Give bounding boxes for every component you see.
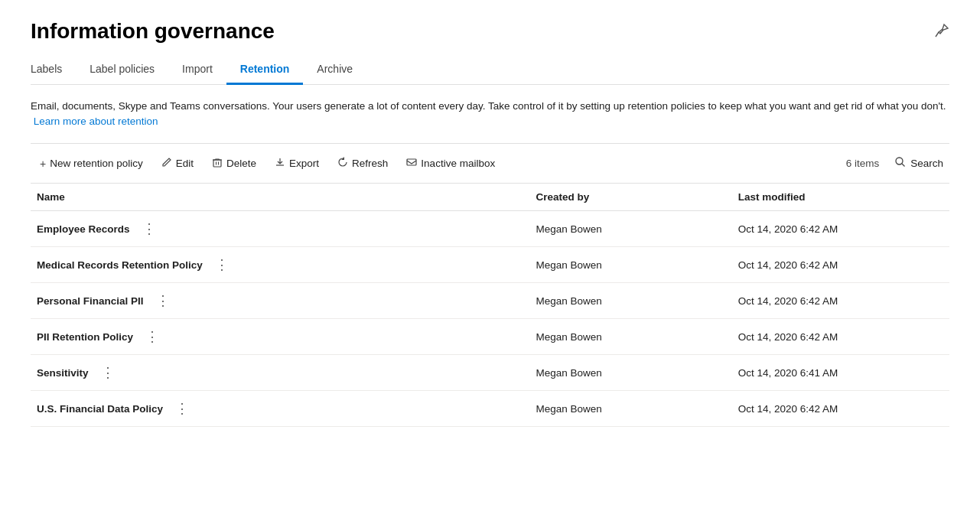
learn-more-link[interactable]: Learn more about retention [34,116,158,127]
edit-button[interactable]: Edit [152,152,203,174]
row-name: Medical Records Retention Policy [37,259,203,271]
col-header-created-by: Created by [536,184,738,211]
row-context-menu-icon[interactable]: ⋮ [95,364,121,381]
export-icon [275,157,285,170]
col-header-last-modified: Last modified [738,184,949,211]
row-context-menu-icon[interactable]: ⋮ [136,220,162,237]
row-last-modified: Oct 14, 2020 6:42 AM [738,283,949,319]
table-header: Name Created by Last modified [31,184,949,211]
row-last-modified: Oct 14, 2020 6:42 AM [738,211,949,247]
tab-labels[interactable]: Labels [31,57,76,85]
table-row[interactable]: PII Retention Policy ⋮ Megan Bowen Oct 1… [31,319,949,355]
row-created-by: Megan Bowen [536,319,738,355]
edit-icon [161,157,172,170]
description-body: Email, documents, Skype and Teams conver… [31,100,946,112]
table-row[interactable]: Employee Records ⋮ Megan Bowen Oct 14, 2… [31,211,949,247]
row-created-by: Megan Bowen [536,211,738,247]
row-name: PII Retention Policy [37,331,133,343]
search-icon [894,156,907,171]
row-name: Sensitivity [37,367,89,379]
row-context-menu-icon[interactable]: ⋮ [139,328,165,345]
pin-icon[interactable] [934,23,949,42]
table-row[interactable]: U.S. Financial Data Policy ⋮ Megan Bowen… [31,391,949,427]
row-name: Personal Financial PII [37,295,144,307]
col-header-name: Name [31,184,536,211]
tab-import[interactable]: Import [168,57,226,85]
mailbox-icon [406,157,417,170]
tab-label-policies[interactable]: Label policies [76,57,168,85]
export-button[interactable]: Export [265,152,328,174]
items-count: 6 items [846,158,880,169]
retention-table: Name Created by Last modified Employee R… [31,184,949,427]
new-retention-policy-button[interactable]: + New retention policy [31,153,152,174]
inactive-mailbox-button[interactable]: Inactive mailbox [397,152,504,174]
row-created-by: Megan Bowen [536,391,738,427]
search-button[interactable]: Search [888,151,949,175]
page-container: Information governance Labels Label poli… [0,0,980,524]
description-text: Email, documents, Skype and Teams conver… [31,99,949,130]
row-last-modified: Oct 14, 2020 6:42 AM [738,319,949,355]
table-row[interactable]: Sensitivity ⋮ Megan Bowen Oct 14, 2020 6… [31,355,949,391]
page-header: Information governance [31,18,949,44]
row-last-modified: Oct 14, 2020 6:42 AM [738,391,949,427]
svg-rect-0 [213,160,221,167]
tab-bar: Labels Label policies Import Retention A… [31,57,949,85]
row-name: Employee Records [37,223,130,235]
row-name: U.S. Financial Data Policy [37,403,163,415]
table-body: Employee Records ⋮ Megan Bowen Oct 14, 2… [31,211,949,427]
row-last-modified: Oct 14, 2020 6:42 AM [738,247,949,283]
row-created-by: Megan Bowen [536,247,738,283]
delete-button[interactable]: Delete [203,152,265,174]
table-row[interactable]: Personal Financial PII ⋮ Megan Bowen Oct… [31,283,949,319]
toolbar: + New retention policy Edit Delete Expor… [31,143,949,184]
row-context-menu-icon[interactable]: ⋮ [169,400,195,417]
page-title: Information governance [31,18,275,44]
refresh-button[interactable]: Refresh [328,152,397,174]
svg-point-2 [896,158,903,164]
table-row[interactable]: Medical Records Retention Policy ⋮ Megan… [31,247,949,283]
tab-archive[interactable]: Archive [303,57,366,85]
tab-retention[interactable]: Retention [226,57,304,85]
row-created-by: Megan Bowen [536,355,738,391]
row-context-menu-icon[interactable]: ⋮ [150,292,176,309]
row-context-menu-icon[interactable]: ⋮ [209,256,235,273]
row-created-by: Megan Bowen [536,283,738,319]
toolbar-right: 6 items Search [846,151,949,175]
row-last-modified: Oct 14, 2020 6:41 AM [738,355,949,391]
svg-rect-1 [407,159,416,165]
delete-icon [212,157,223,170]
plus-icon: + [40,158,46,170]
refresh-icon [337,157,348,170]
